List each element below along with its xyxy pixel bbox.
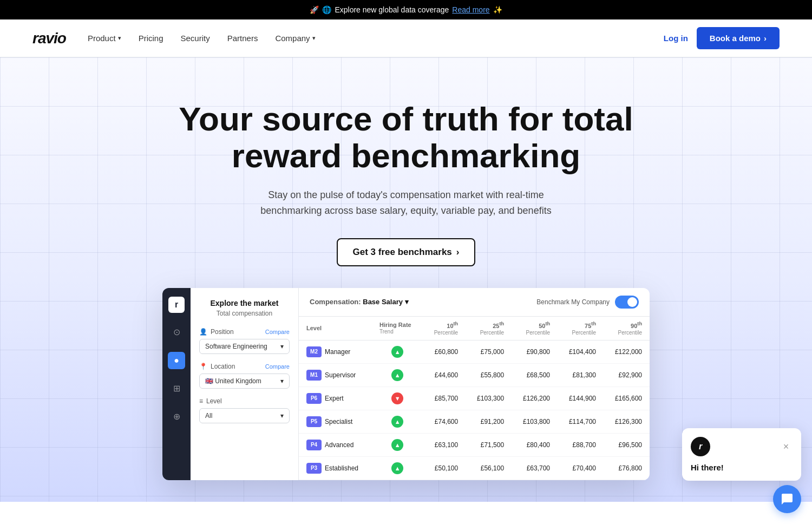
panel-subtitle: Total compensation (199, 310, 290, 317)
level-icon: ≡ (199, 397, 203, 405)
col-p90: 90thPercentile (604, 317, 650, 340)
level-badge: P3 (306, 463, 322, 474)
sidebar-icon-search[interactable]: ⊕ (168, 408, 185, 425)
cell-p10: £60,800 (423, 340, 466, 363)
chat-bubble-icon (781, 493, 794, 502)
cell-p75: £144,900 (558, 387, 604, 410)
location-filter-group: 📍 Location Compare 🇬🇧 United Kingdom ▾ (199, 363, 290, 389)
chat-avatar: r (691, 437, 710, 456)
nav-links: Product ▾ Pricing Security Partners Comp… (88, 34, 664, 43)
cell-p25: £91,200 (466, 410, 512, 433)
position-select[interactable]: Software Engineering ▾ (199, 339, 290, 354)
top-banner: 🚀 🌐 Explore new global data coverage Rea… (0, 0, 812, 19)
trend-up-icon: ▲ (391, 416, 403, 428)
location-icon: 📍 (199, 363, 207, 370)
cell-p25: £55,800 (466, 363, 512, 387)
cell-level: P5 Specialist (299, 410, 372, 433)
benchmark-table-panel: Compensation: Base Salary ▾ Benchmark My… (299, 288, 650, 480)
table-row: P5 Specialist ▲ £74,600 £91,200 £103,800… (299, 410, 650, 433)
trend-up-icon: ▲ (391, 346, 403, 358)
chevron-down-icon: ▾ (405, 298, 409, 306)
table-header-row: Level Hiring RateTrend 10thPercentile 25… (299, 317, 650, 340)
cell-p90: £122,000 (604, 340, 650, 363)
nav-product[interactable]: Product ▾ (88, 34, 121, 43)
benchmark-toggle: Benchmark My Company (536, 296, 639, 309)
position-label: Position (211, 328, 234, 336)
col-p75: 75thPercentile (558, 317, 604, 340)
level-name: Expert (325, 395, 344, 402)
table-row: M1 Supervisor ▲ £44,600 £55,800 £68,500 … (299, 363, 650, 387)
nav-partners[interactable]: Partners (227, 34, 258, 43)
cell-p75: £104,400 (558, 340, 604, 363)
logo[interactable]: ravio (32, 30, 66, 47)
navbar: ravio Product ▾ Pricing Security Partner… (0, 19, 812, 57)
cell-p10: £50,100 (423, 456, 466, 480)
level-badge: M1 (306, 370, 322, 381)
benchmark-toggle-switch[interactable] (615, 296, 639, 309)
banner-sparkle-icon: ✨ (493, 5, 502, 14)
cell-p75: £88,700 (558, 433, 604, 456)
chat-header: r × (691, 437, 793, 456)
hero-title: Your source of truth for total reward be… (162, 101, 650, 174)
cell-p90: £126,300 (604, 410, 650, 433)
table-row: P6 Expert ▼ £85,700 £103,300 £126,200 £1… (299, 387, 650, 410)
trend-up-icon: ▲ (391, 369, 403, 381)
level-filter-group: ≡ Level All ▾ (199, 397, 290, 423)
level-name: Established (325, 464, 358, 472)
position-compare-btn[interactable]: Compare (265, 329, 290, 335)
level-select[interactable]: All ▾ (199, 408, 290, 423)
level-name: Manager (325, 348, 350, 356)
sidebar-icon-compass[interactable]: ⊙ (168, 324, 185, 341)
location-select[interactable]: 🇬🇧 United Kingdom ▾ (199, 374, 290, 389)
trend-down-icon: ▼ (391, 392, 403, 404)
sidebar-icon-grid[interactable]: ⊞ (168, 380, 185, 397)
cell-level: P4 Advanced (299, 433, 372, 456)
cell-level: P3 Established (299, 456, 372, 480)
location-label: Location (211, 363, 235, 370)
table-row: M2 Manager ▲ £60,800 £75,000 £90,800 £10… (299, 340, 650, 363)
level-badge: P4 (306, 440, 322, 450)
level-name: Supervisor (325, 371, 356, 379)
cell-trend: ▲ (372, 410, 423, 433)
cell-p50: £68,500 (512, 363, 558, 387)
table-row: P4 Advanced ▲ £63,100 £71,500 £80,400 £8… (299, 433, 650, 456)
chevron-down-icon: ▾ (280, 377, 284, 385)
compensation-dropdown[interactable]: Compensation: Base Salary ▾ (310, 298, 409, 306)
cell-trend: ▲ (372, 433, 423, 456)
trend-up-icon: ▲ (391, 462, 403, 474)
panel-title: Explore the market (199, 299, 290, 307)
sidebar-icon-active[interactable]: ● (168, 352, 185, 369)
cell-level: M1 Supervisor (299, 363, 372, 387)
cell-trend: ▲ (372, 363, 423, 387)
position-filter-group: 👤 Position Compare Software Engineering … (199, 328, 290, 354)
cell-p90: £92,900 (604, 363, 650, 387)
cell-p10: £74,600 (423, 410, 466, 433)
col-p25: 25thPercentile (466, 317, 512, 340)
chevron-down-icon: ▾ (280, 412, 284, 420)
sidebar-logo: r (168, 297, 185, 313)
nav-pricing[interactable]: Pricing (139, 34, 163, 43)
cta-button[interactable]: Get 3 free benchmarks › (337, 238, 476, 266)
cell-trend: ▲ (372, 340, 423, 363)
dashboard-sidebar: r ⊙ ● ⊞ ⊕ (162, 288, 191, 480)
cell-p50: £63,700 (512, 456, 558, 480)
cell-p10: £85,700 (423, 387, 466, 410)
table-header: Compensation: Base Salary ▾ Benchmark My… (299, 288, 650, 317)
col-level: Level (299, 317, 372, 340)
cell-p75: £70,400 (558, 456, 604, 480)
banner-link[interactable]: Read more (452, 5, 489, 14)
benchmark-table: Level Hiring RateTrend 10thPercentile 25… (299, 317, 650, 480)
chat-close-button[interactable]: × (780, 440, 793, 453)
col-p10: 10thPercentile (423, 317, 466, 340)
cell-p25: £71,500 (466, 433, 512, 456)
location-compare-btn[interactable]: Compare (265, 363, 290, 370)
nav-security[interactable]: Security (181, 34, 210, 43)
demo-button[interactable]: Book a demo › (697, 27, 780, 49)
nav-company[interactable]: Company ▾ (275, 34, 315, 43)
cell-p10: £63,100 (423, 433, 466, 456)
banner-text: Explore new global data coverage (335, 5, 449, 14)
cell-p75: £81,300 (558, 363, 604, 387)
login-button[interactable]: Log in (664, 34, 688, 43)
cell-p25: £103,300 (466, 387, 512, 410)
level-label: Level (206, 397, 222, 405)
